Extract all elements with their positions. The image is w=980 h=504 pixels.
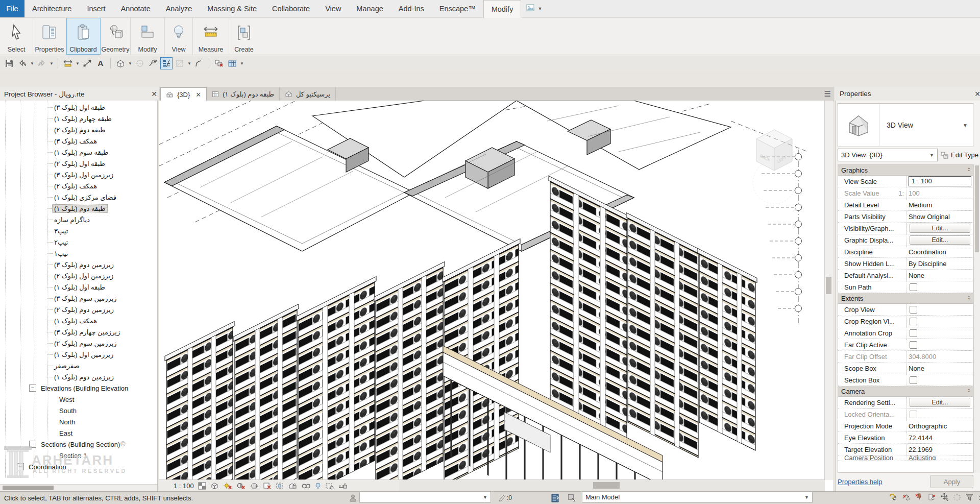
close-inactive-views-icon[interactable] bbox=[213, 57, 225, 69]
temporary-view-icon[interactable] bbox=[315, 482, 321, 490]
tree-item[interactable]: − Coordination bbox=[0, 461, 157, 472]
panel-create[interactable]: Create bbox=[229, 18, 259, 55]
property-row[interactable]: Target Elevation 22.1969 bbox=[838, 444, 973, 455]
property-row[interactable]: Graphic Displa... Edit... bbox=[838, 234, 973, 246]
apply-button[interactable]: Apply bbox=[930, 475, 973, 488]
property-row[interactable]: Parts Visibility Show Original bbox=[838, 211, 973, 223]
properties-vscrollbar[interactable] bbox=[973, 164, 980, 473]
section-header-extents[interactable]: Extents ^^ bbox=[838, 293, 973, 304]
measure-dropdown-caret[interactable]: ▼ bbox=[75, 61, 80, 66]
property-row[interactable]: Section Box bbox=[838, 374, 973, 386]
tree-item[interactable]: طبقه اول (بلوک ۲) bbox=[0, 158, 157, 169]
tree-item[interactable]: زیرزمین اول (بلوک ۳) bbox=[0, 169, 157, 180]
crop-region-visible-icon[interactable] bbox=[276, 482, 284, 490]
scrollbar-thumb[interactable] bbox=[3, 486, 54, 490]
crop-region-icon[interactable] bbox=[174, 57, 186, 69]
tree-item[interactable]: زیرزمین دوم (بلوک ۲) bbox=[0, 304, 157, 315]
properties-header[interactable]: Properties ✕ bbox=[835, 87, 980, 101]
type-selector[interactable]: 3D View ▼ bbox=[838, 103, 973, 147]
property-row[interactable]: Far Clip Offset 304.8000 bbox=[838, 351, 973, 363]
active-workset-combo[interactable]: ▼ bbox=[359, 492, 491, 502]
tag-by-category-icon[interactable] bbox=[147, 57, 159, 69]
section-icon[interactable] bbox=[134, 57, 146, 69]
close-view-icon[interactable]: ✕ bbox=[195, 91, 201, 99]
reveal-hidden-icon[interactable] bbox=[301, 482, 311, 490]
text-icon[interactable]: A bbox=[94, 57, 107, 69]
undo-icon[interactable] bbox=[16, 57, 29, 69]
ribbon-cycle-caret[interactable]: ▼ bbox=[537, 6, 542, 11]
property-row[interactable]: Scope Box None bbox=[838, 363, 973, 374]
drag-on-selection-toggle[interactable] bbox=[940, 493, 949, 503]
section-header-graphics[interactable]: Graphics ^^ bbox=[838, 165, 973, 176]
drawing-area[interactable]: BACK LEFT 1 : 100 bbox=[159, 101, 833, 491]
shadows-icon[interactable] bbox=[236, 482, 246, 490]
checkbox[interactable] bbox=[910, 341, 917, 349]
panel-clipboard[interactable]: Clipboard bbox=[66, 18, 101, 55]
qat-customize-caret[interactable]: ▼ bbox=[239, 61, 244, 66]
tree-item[interactable]: دیاگرام سازه bbox=[0, 214, 157, 225]
view-tab[interactable]: پرسپکتیو کل bbox=[280, 87, 336, 101]
property-row[interactable]: View Scale 1 : 100 bbox=[838, 176, 973, 187]
tree-item[interactable]: همکف (بلوک ۳) bbox=[0, 135, 157, 147]
checkbox[interactable] bbox=[910, 376, 917, 384]
tree-item[interactable]: − Sections (Building Section) bbox=[0, 439, 157, 450]
tree-item[interactable]: طبقه دوم (بلوک ۱) bbox=[0, 203, 157, 214]
render-icon[interactable] bbox=[250, 482, 259, 490]
switch-windows-icon[interactable] bbox=[226, 57, 238, 69]
canvas-hscrollbar[interactable] bbox=[399, 479, 825, 491]
project-browser-hscrollbar[interactable] bbox=[0, 484, 157, 491]
tree-item[interactable]: همکف (بلوک ۱) bbox=[0, 315, 157, 326]
edit-button[interactable]: Edit... bbox=[910, 235, 970, 245]
properties-help-link[interactable]: Properties help bbox=[838, 478, 882, 486]
collapse-icon[interactable]: ^^ bbox=[968, 296, 970, 300]
tree-item[interactable]: طبقه دوم (بلوک ۲) bbox=[0, 124, 157, 135]
edit-button[interactable]: Edit... bbox=[910, 398, 970, 407]
select-pinned-toggle[interactable] bbox=[915, 493, 923, 503]
scrollbar-thumb[interactable] bbox=[593, 482, 620, 489]
file-menu-button[interactable]: File bbox=[0, 0, 24, 17]
panel-view[interactable]: View bbox=[165, 18, 193, 55]
ribbon-tab[interactable]: Annotate bbox=[113, 0, 158, 17]
property-row[interactable]: Visibility/Graph... Edit... bbox=[838, 223, 973, 234]
instance-selector[interactable]: 3D View: {3D} ▼ bbox=[838, 149, 938, 161]
panel-select[interactable]: Select bbox=[0, 18, 33, 55]
property-row[interactable]: Camera Position Adjusting bbox=[838, 455, 973, 461]
property-row[interactable]: Crop View bbox=[838, 304, 973, 316]
viewcube[interactable]: BACK LEFT bbox=[753, 130, 796, 204]
analytical-model-icon[interactable] bbox=[325, 482, 334, 490]
design-options-dialog-icon[interactable] bbox=[551, 492, 560, 504]
tree-item[interactable]: همکف (بلوک ۲) bbox=[0, 180, 157, 191]
project-browser-header[interactable]: Project Browser - رویال.rte ✕ bbox=[0, 87, 161, 101]
checkbox[interactable] bbox=[910, 306, 917, 314]
tree-item[interactable]: South bbox=[0, 405, 157, 416]
canvas-vscrollbar[interactable] bbox=[824, 101, 833, 480]
tree-item[interactable]: تیپ۳ bbox=[0, 225, 157, 236]
sun-path-icon[interactable] bbox=[223, 482, 232, 490]
tree-item[interactable]: − Elevations (Building Elevation bbox=[0, 382, 157, 394]
view-tab[interactable]: طبقه دوم (بلوک ۱) bbox=[207, 87, 280, 101]
panel-modify[interactable]: Modify bbox=[131, 18, 165, 55]
3d-view-dropdown-caret[interactable]: ▼ bbox=[128, 61, 133, 66]
property-row[interactable]: Annotation Crop bbox=[838, 327, 973, 339]
thin-lines-icon[interactable] bbox=[160, 57, 173, 69]
collapse-icon[interactable]: ^^ bbox=[968, 389, 970, 393]
property-row[interactable]: Sun Path bbox=[838, 281, 973, 293]
view-scale-button[interactable]: 1 : 100 bbox=[174, 482, 194, 490]
image-icon[interactable] bbox=[526, 4, 534, 13]
panel-geometry[interactable]: Geometry bbox=[101, 18, 131, 55]
detail-level-icon[interactable] bbox=[198, 482, 206, 490]
tree-item[interactable]: زیرزمین دوم (بلوک ۳) bbox=[0, 259, 157, 270]
default-3d-view-icon[interactable] bbox=[114, 57, 127, 69]
section-header-camera[interactable]: Camera ^^ bbox=[838, 386, 973, 397]
tree-item[interactable]: North bbox=[0, 416, 157, 427]
redo-dropdown-caret[interactable]: ▼ bbox=[49, 61, 54, 66]
constraints-icon[interactable] bbox=[338, 482, 347, 490]
select-underlay-toggle[interactable] bbox=[902, 493, 911, 503]
tree-expander-icon[interactable]: − bbox=[29, 441, 36, 448]
crop-view-icon[interactable] bbox=[263, 482, 272, 490]
editable-only-icon[interactable]: :0 bbox=[498, 492, 512, 504]
property-row[interactable]: Default Analysi... None bbox=[838, 270, 973, 281]
tree-item[interactable]: West bbox=[0, 394, 157, 405]
tree-item[interactable]: زیرزمین سوم (بلوک ۳) bbox=[0, 293, 157, 304]
crop-dropdown-caret[interactable]: ▼ bbox=[187, 61, 192, 66]
